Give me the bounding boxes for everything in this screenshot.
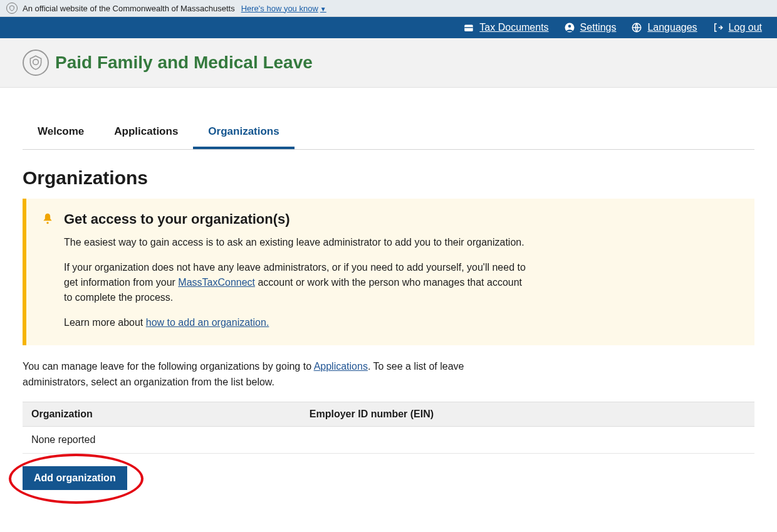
nav-tax-documents[interactable]: Tax Documents [463,22,548,33]
chevron-down-icon: ▼ [320,6,326,13]
alert-paragraph-1: The easiest way to gain access is to ask… [64,235,528,250]
add-org-button-wrap: Add organization [23,466,127,490]
tab-applications[interactable]: Applications [99,119,193,149]
col-ein: Employer ID number (EIN) [301,402,754,426]
tabs: Welcome Applications Organizations [23,119,754,150]
nav-logout[interactable]: Log out [712,22,762,33]
svg-point-5 [33,60,39,65]
site-header: Paid Family and Medical Leave [0,38,777,88]
main-content: Welcome Applications Organizations Organ… [0,88,777,515]
site-title: Paid Family and Medical Leave [55,53,313,73]
gov-banner: An official website of the Commonwealth … [0,0,777,17]
tab-welcome[interactable]: Welcome [23,119,99,149]
none-reported-cell: None reported [23,426,754,453]
col-organization: Organization [23,402,301,426]
alert-paragraph-3: Learn more about how to add an organizat… [64,315,528,330]
top-nav: Tax Documents Settings Languages Log out [0,17,777,38]
how-to-add-org-link[interactable]: how to add an organization. [146,317,269,328]
nav-logout-label: Log out [729,22,762,33]
organizations-table: Organization Employer ID number (EIN) No… [23,402,754,454]
body-paragraph: You can manage leave for the following o… [23,359,499,390]
info-alert: Get access to your organization(s) The e… [23,199,754,345]
alert-paragraph-2: If your organization does not have any l… [64,260,528,305]
nav-languages[interactable]: Languages [631,22,697,33]
alert-content: Get access to your organization(s) The e… [64,211,528,330]
nav-tax-documents-label: Tax Documents [479,22,548,33]
seal-small-icon [6,3,18,14]
table-header-row: Organization Employer ID number (EIN) [23,402,754,426]
add-organization-button[interactable]: Add organization [23,466,127,490]
masstaxconnect-link[interactable]: MassTaxConnect [178,277,255,288]
bell-icon [41,212,54,330]
svg-rect-1 [465,27,474,28]
svg-point-6 [46,222,48,224]
folder-icon [463,22,474,33]
logout-icon [712,22,724,33]
gov-banner-text: An official website of the Commonwealth … [23,4,235,13]
nav-languages-label: Languages [647,22,697,33]
table-row: None reported [23,426,754,453]
nav-settings-label: Settings [580,22,617,33]
state-seal-icon [23,50,49,76]
alert-heading: Get access to your organization(s) [64,211,528,227]
globe-icon [631,22,642,33]
nav-settings[interactable]: Settings [564,22,617,33]
svg-point-3 [568,25,571,28]
user-circle-icon [564,22,575,33]
applications-link[interactable]: Applications [314,361,368,372]
page-title: Organizations [23,167,754,189]
tab-organizations[interactable]: Organizations [193,119,294,149]
how-you-know-link[interactable]: Here's how you know▼ [241,4,326,13]
